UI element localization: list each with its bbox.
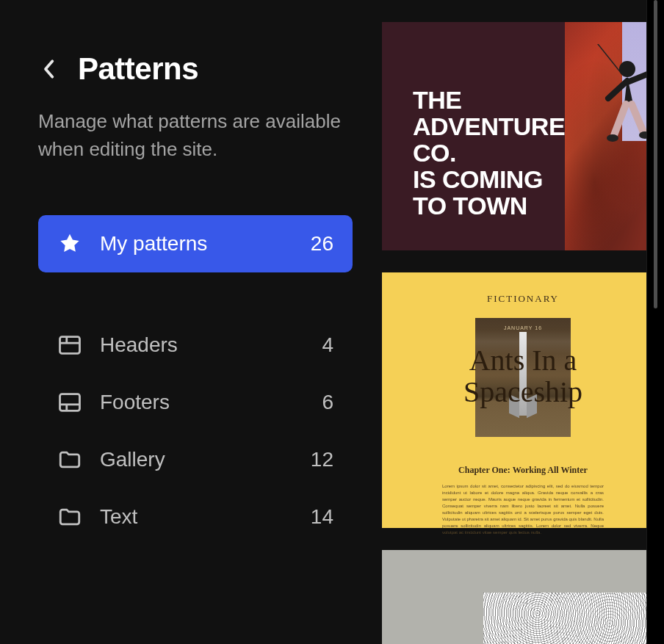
svg-rect-0 xyxy=(60,337,80,354)
folder-icon xyxy=(57,447,82,472)
card-date: JANUARY 16 xyxy=(475,325,571,330)
star-icon xyxy=(57,231,82,256)
category-label: Footers xyxy=(100,391,322,414)
page-title: Patterns xyxy=(78,51,198,87)
pattern-card-adventure[interactable]: THE ADVENTURE CO. IS COMING TO TOWN xyxy=(382,22,664,250)
category-label: Text xyxy=(100,505,311,529)
folder-icon xyxy=(57,504,82,529)
page-description: Manage what patterns are available when … xyxy=(38,107,353,164)
card-title: Ants In a Spaceship xyxy=(427,344,618,408)
card-body-text: Lorem ipsum dolor sit amet, consectetur … xyxy=(442,483,604,536)
title-line: TO TOWN xyxy=(413,192,565,219)
back-button[interactable] xyxy=(38,59,59,79)
category-count: 4 xyxy=(322,333,333,357)
card-brand: FICTIONARY xyxy=(487,293,559,305)
pattern-card-title: THE ADVENTURE CO. IS COMING TO TOWN xyxy=(413,87,565,219)
category-gallery[interactable]: Gallery 12 xyxy=(38,431,353,488)
title-line: ADVENTURE xyxy=(413,113,565,140)
pattern-card-image xyxy=(483,593,664,644)
category-footers[interactable]: Footers 6 xyxy=(38,374,353,431)
category-count: 12 xyxy=(311,448,333,471)
footer-icon xyxy=(57,390,82,415)
svg-line-6 xyxy=(592,44,621,73)
category-my-patterns[interactable]: My patterns 26 xyxy=(38,215,353,272)
category-label: Headers xyxy=(100,333,322,357)
title-line: CO. xyxy=(413,140,565,166)
category-text[interactable]: Text 14 xyxy=(38,488,353,546)
category-count: 26 xyxy=(311,232,333,256)
category-headers[interactable]: Headers 4 xyxy=(38,316,353,374)
header-icon xyxy=(57,333,82,358)
svg-rect-3 xyxy=(60,394,80,411)
category-divider xyxy=(38,272,353,316)
category-count: 6 xyxy=(322,391,333,414)
svg-point-8 xyxy=(607,134,618,142)
category-label: Gallery xyxy=(100,448,311,471)
pattern-preview-list[interactable]: THE ADVENTURE CO. IS COMING TO TOWN xyxy=(382,0,664,644)
pattern-card-fictionary[interactable]: FICTIONARY JANUARY 16 Ants In a Spaceshi… xyxy=(382,272,664,528)
category-count: 14 xyxy=(311,505,333,529)
title-line: IS COMING xyxy=(413,166,565,192)
title-line: THE xyxy=(413,87,565,113)
svg-point-7 xyxy=(619,61,635,77)
vertical-scrollbar[interactable] xyxy=(646,0,664,644)
category-label: My patterns xyxy=(100,232,311,256)
patterns-sidebar: Patterns Manage what patterns are availa… xyxy=(0,0,382,644)
chevron-left-icon xyxy=(43,59,54,79)
scrollbar-thumb[interactable] xyxy=(654,0,657,308)
pattern-card-mono[interactable] xyxy=(382,550,664,644)
card-chapter: Chapter One: Working All Winter xyxy=(458,465,588,476)
